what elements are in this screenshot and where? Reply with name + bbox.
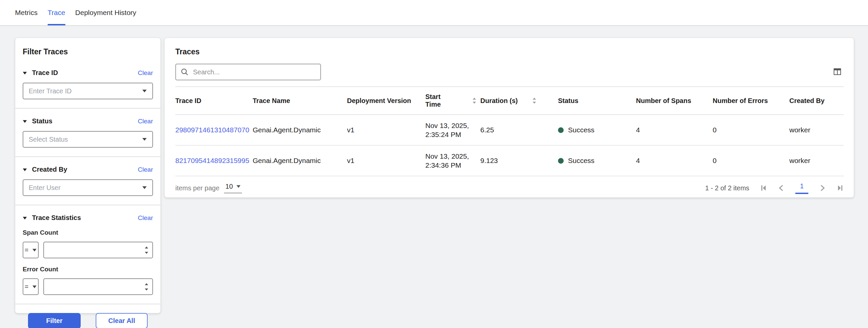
tab-metrics[interactable]: Metrics <box>15 0 38 25</box>
items-per-page: items per page 10 <box>175 183 242 193</box>
status-cell: Success <box>558 126 636 134</box>
trace-name-cell: Genai.Agent.Dynamic <box>253 126 347 134</box>
column-header-status[interactable]: Status <box>558 97 636 105</box>
chevron-down-icon[interactable] <box>142 88 147 94</box>
section-label: Trace ID <box>32 69 58 77</box>
section-label: Status <box>32 117 52 125</box>
created-by-combobox[interactable] <box>23 179 153 196</box>
column-settings-icon[interactable] <box>834 68 841 76</box>
filter-panel-title: Filter Traces <box>23 47 153 56</box>
spinner-down-icon[interactable] <box>145 288 148 291</box>
clear-status-link[interactable]: Clear <box>138 118 153 125</box>
column-header-number-of-spans[interactable]: Number of Spans <box>636 97 713 105</box>
trace-id-link[interactable]: 8217095414892315995 <box>175 157 253 165</box>
tab-trace[interactable]: Trace <box>48 0 65 25</box>
clear-all-button[interactable]: Clear All <box>96 313 148 328</box>
search-row <box>175 64 844 80</box>
status-input[interactable] <box>29 136 142 143</box>
trace-id-input[interactable] <box>29 87 142 95</box>
filter-traces-panel: Filter Traces Trace ID Clear Status Clea… <box>15 38 161 313</box>
trace-id-combobox[interactable] <box>23 83 153 99</box>
clear-trace-id-link[interactable]: Clear <box>138 69 153 77</box>
error-count-spinner[interactable] <box>140 279 152 294</box>
column-header-start-time[interactable]: Start Time <box>425 93 480 108</box>
filter-buttons-row: Filter Clear All <box>23 313 153 328</box>
span-count-label: Span Count <box>23 229 153 236</box>
clear-trace-statistics-link[interactable]: Clear <box>138 214 153 222</box>
table-footer: items per page 10 1 - 2 of 2 items 1 <box>175 176 844 200</box>
clear-created-by-link[interactable]: Clear <box>138 166 153 173</box>
search-input[interactable] <box>193 68 316 76</box>
spinner-up-icon[interactable] <box>145 246 148 249</box>
number-of-spans-cell: 4 <box>636 157 713 165</box>
filter-section-trace-id: Trace ID Clear <box>23 69 153 77</box>
error-count-numeric-box <box>43 278 153 295</box>
traces-panel-title: Traces <box>175 47 844 56</box>
chevron-down-icon[interactable] <box>142 185 147 191</box>
success-status-dot <box>558 158 564 164</box>
items-per-page-select[interactable]: 10 <box>224 183 242 193</box>
error-count-label: Error Count <box>23 266 153 273</box>
top-tab-bar: Metrics Trace Deployment History <box>0 0 868 26</box>
column-header-trace-name[interactable]: Trace Name <box>253 97 347 105</box>
page-number-current[interactable]: 1 <box>795 182 808 194</box>
span-count-row: = <box>23 242 153 258</box>
error-count-input[interactable] <box>44 279 140 294</box>
number-of-errors-cell: 0 <box>713 126 789 134</box>
success-status-dot <box>558 127 564 133</box>
status-combobox[interactable] <box>23 131 153 148</box>
search-box[interactable] <box>175 64 321 80</box>
span-count-input[interactable] <box>44 242 140 258</box>
column-header-number-of-errors[interactable]: Number of Errors <box>713 97 789 105</box>
deployment-version-cell: v1 <box>347 126 425 134</box>
pagination: 1 - 2 of 2 items 1 <box>705 182 844 194</box>
deployment-version-cell: v1 <box>347 157 425 165</box>
chevron-down-icon[interactable] <box>142 136 147 142</box>
table-header-row: Trace ID Trace Name Deployment Version S… <box>175 86 844 115</box>
status-cell: Success <box>558 157 636 165</box>
created-by-cell: worker <box>789 157 844 165</box>
chevron-down-icon <box>236 185 241 188</box>
collapse-caret-icon[interactable] <box>23 70 27 76</box>
status-label: Success <box>568 126 594 134</box>
chevron-down-icon <box>32 285 37 288</box>
spinner-down-icon[interactable] <box>145 252 148 254</box>
trace-id-link[interactable]: 2980971461310487070 <box>175 126 253 134</box>
table-row: 8217095414892315995 Genai.Agent.Dynamic … <box>175 146 844 176</box>
collapse-caret-icon[interactable] <box>23 215 27 221</box>
section-divider <box>16 304 160 304</box>
span-count-operator-select[interactable]: = <box>23 242 39 258</box>
first-page-icon[interactable] <box>760 184 767 192</box>
previous-page-icon[interactable] <box>778 184 785 192</box>
tab-deployment-history[interactable]: Deployment History <box>75 0 136 25</box>
filter-button[interactable]: Filter <box>28 313 81 328</box>
operator-value: = <box>25 246 29 254</box>
duration-cell: 6.25 <box>480 126 558 134</box>
number-of-spans-cell: 4 <box>636 126 713 134</box>
last-page-icon[interactable] <box>836 184 844 192</box>
column-header-duration[interactable]: Duration (s) <box>480 97 558 105</box>
filter-section-trace-statistics: Trace Statistics Clear <box>23 214 153 222</box>
start-time-cell: Nov 13, 2025, 2:34:36 PM <box>425 152 479 170</box>
operator-value: = <box>25 283 29 291</box>
collapse-caret-icon[interactable] <box>23 118 27 124</box>
pagination-range-label: 1 - 2 of 2 items <box>705 184 749 192</box>
status-label: Success <box>568 157 594 165</box>
sort-icon[interactable] <box>472 97 476 104</box>
created-by-input[interactable] <box>29 184 142 192</box>
traces-panel: Traces Trace ID Trace Name Deployment Ve… <box>164 38 854 198</box>
span-count-spinner[interactable] <box>140 242 152 258</box>
column-header-label: Duration (s) <box>480 97 518 105</box>
error-count-operator-select[interactable]: = <box>23 278 39 295</box>
span-count-numeric-box <box>43 242 153 258</box>
collapse-caret-icon[interactable] <box>23 167 27 173</box>
column-header-created-by[interactable]: Created By <box>789 97 844 105</box>
section-divider <box>16 205 160 205</box>
next-page-icon[interactable] <box>819 184 826 192</box>
spinner-up-icon[interactable] <box>145 283 148 285</box>
section-label: Trace Statistics <box>32 214 81 222</box>
column-header-trace-id[interactable]: Trace ID <box>175 97 253 105</box>
column-header-deployment-version[interactable]: Deployment Version <box>347 97 425 105</box>
column-header-label: Start Time <box>425 93 458 108</box>
sort-icon[interactable] <box>532 97 536 104</box>
